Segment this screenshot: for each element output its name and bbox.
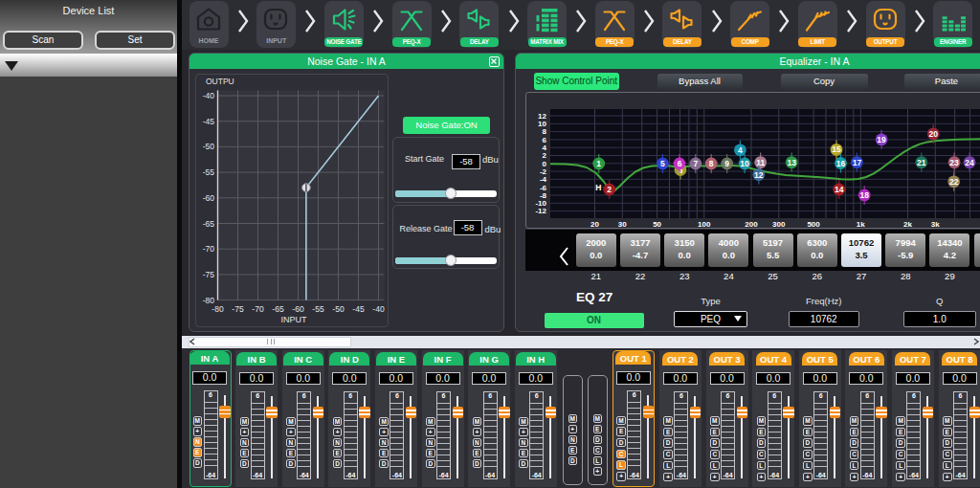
svg-text:-4: -4 [540, 175, 547, 184]
svg-text:-70: -70 [203, 244, 215, 254]
svg-text:4: 4 [543, 144, 547, 152]
svg-text:18: 18 [859, 190, 869, 200]
svg-text:22: 22 [949, 177, 959, 187]
svg-text:-40: -40 [372, 304, 385, 314]
svg-text:23: 23 [949, 158, 959, 167]
svg-text:21: 21 [917, 158, 926, 167]
svg-text:100: 100 [698, 220, 711, 229]
svg-text:1: 1 [596, 159, 601, 168]
svg-text:16: 16 [836, 159, 846, 168]
svg-text:24: 24 [965, 158, 974, 167]
svg-text:-70: -70 [252, 304, 264, 314]
svg-text:-40: -40 [203, 91, 215, 100]
svg-text:14: 14 [835, 185, 844, 194]
svg-text:-10: -10 [535, 199, 546, 208]
svg-text:OUTPU: OUTPU [206, 77, 234, 86]
svg-text:-65: -65 [272, 304, 284, 314]
svg-text:6: 6 [543, 136, 547, 144]
svg-text:INPUT: INPUT [281, 315, 308, 324]
svg-text:15: 15 [832, 144, 841, 154]
svg-text:20: 20 [590, 220, 599, 229]
svg-text:17: 17 [853, 158, 862, 167]
svg-text:4: 4 [738, 145, 743, 155]
svg-text:-8: -8 [540, 191, 547, 200]
svg-text:11: 11 [756, 158, 765, 167]
svg-text:30: 30 [618, 220, 627, 229]
svg-text:200: 200 [745, 220, 758, 229]
svg-text:2: 2 [543, 151, 547, 160]
svg-text:13: 13 [787, 158, 796, 167]
svg-text:-80: -80 [212, 304, 224, 314]
svg-text:-55: -55 [312, 304, 324, 314]
svg-text:50: 50 [653, 220, 661, 229]
svg-text:20: 20 [928, 129, 938, 139]
svg-text:8: 8 [543, 127, 547, 136]
svg-text:3k: 3k [931, 220, 940, 229]
svg-text:300: 300 [772, 220, 786, 229]
svg-text:12: 12 [538, 112, 546, 121]
svg-text:-75: -75 [203, 270, 215, 279]
svg-text:9: 9 [724, 159, 729, 168]
svg-text:-60: -60 [203, 193, 215, 203]
svg-text:-60: -60 [292, 304, 304, 314]
svg-text:5: 5 [660, 159, 665, 168]
svg-text:500: 500 [807, 220, 820, 229]
svg-text:7: 7 [693, 159, 698, 168]
svg-text:10: 10 [538, 120, 546, 128]
svg-text:-6: -6 [540, 184, 547, 192]
svg-text:6: 6 [678, 159, 682, 168]
svg-text:8: 8 [709, 159, 714, 168]
svg-text:-75: -75 [232, 304, 244, 314]
svg-text:19: 19 [877, 135, 886, 144]
svg-text:-55: -55 [203, 167, 215, 177]
svg-text:-65: -65 [203, 219, 215, 229]
svg-text:1k: 1k [857, 220, 865, 229]
svg-text:-50: -50 [203, 142, 215, 151]
svg-text:H: H [595, 183, 601, 192]
svg-text:2k: 2k [903, 220, 912, 229]
svg-text:10: 10 [740, 159, 749, 168]
svg-text:-50: -50 [332, 304, 345, 314]
svg-text:2: 2 [607, 185, 612, 194]
svg-text:0: 0 [543, 160, 547, 168]
svg-text:-2: -2 [540, 167, 547, 176]
svg-text:-45: -45 [203, 117, 215, 126]
svg-text:-45: -45 [352, 304, 365, 314]
svg-text:12: 12 [754, 170, 764, 180]
svg-text:-12: -12 [535, 207, 546, 215]
